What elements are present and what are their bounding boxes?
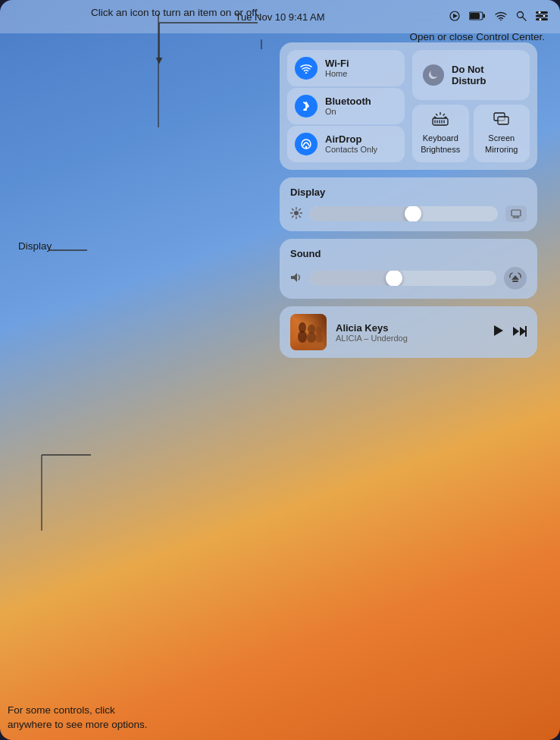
track-album: ALICIA – Underdog — [336, 334, 484, 343]
airdrop-title: AirDrop — [325, 133, 377, 146]
bluetooth-icon-circle — [295, 95, 318, 118]
album-art — [290, 314, 327, 350]
now-playing-block[interactable]: Alicia Keys ALICIA – Underdog — [280, 306, 537, 358]
wifi-subtitle: Home — [325, 69, 349, 79]
bluetooth-subtitle: On — [325, 107, 371, 117]
dnd-icon — [423, 64, 444, 86]
svg-line-36 — [299, 215, 301, 217]
airplay-button[interactable] — [504, 267, 527, 290]
wifi-title: Wi-Fi — [325, 58, 349, 70]
svg-marker-52 — [513, 327, 519, 336]
datetime-text: Tue Nov 10 9:41 AM — [235, 11, 324, 23]
desktop-background: Tue Nov 10 9:41 AM — [0, 0, 560, 740]
svg-rect-4 — [483, 14, 486, 18]
airdrop-icon-circle — [295, 133, 318, 155]
do-not-disturb-item[interactable]: Do NotDisturb — [412, 50, 530, 100]
svg-line-37 — [299, 209, 301, 210]
screen-mirroring-button[interactable]: ScreenMirroring — [474, 105, 530, 162]
wifi-menu-icon[interactable] — [495, 11, 507, 23]
svg-line-38 — [293, 215, 294, 217]
svg-marker-1 — [453, 14, 458, 18]
bluetooth-text: Bluetooth On — [325, 96, 371, 118]
display-slider-row — [290, 205, 527, 222]
svg-point-14 — [305, 72, 308, 74]
display-title: Display — [290, 187, 527, 198]
svg-point-13 — [539, 18, 542, 21]
svg-rect-39 — [512, 210, 521, 216]
annotation-display: Display — [18, 240, 52, 254]
svg-point-46 — [298, 331, 307, 343]
wifi-text: Wi-Fi Home — [325, 58, 349, 80]
control-center-panel: Wi-Fi Home Bluetooth On — [280, 42, 537, 358]
brightness-icon — [290, 207, 302, 221]
svg-point-5 — [500, 20, 502, 20]
svg-point-16 — [305, 146, 308, 149]
keyboard-brightness-button[interactable]: KeyboardBrightness — [412, 105, 469, 162]
search-menu-icon[interactable] — [516, 11, 527, 24]
menu-bar: Tue Nov 10 9:41 AM — [0, 0, 560, 33]
screen-mirroring-label: ScreenMirroring — [485, 133, 518, 155]
control-center-icon[interactable] — [536, 11, 548, 23]
connectivity-block: Wi-Fi Home Bluetooth On — [280, 42, 537, 170]
svg-rect-44 — [512, 281, 518, 282]
track-info: Alicia Keys ALICIA – Underdog — [336, 322, 484, 343]
svg-rect-3 — [470, 13, 480, 19]
sound-block: Sound — [280, 239, 537, 299]
svg-line-35 — [293, 209, 294, 210]
wifi-item[interactable]: Wi-Fi Home — [287, 50, 405, 86]
svg-line-24 — [436, 114, 438, 116]
now-playing-icon[interactable] — [449, 11, 460, 24]
svg-point-50 — [315, 334, 323, 343]
sound-slider[interactable] — [310, 271, 496, 286]
svg-marker-51 — [494, 325, 503, 336]
playback-controls — [493, 325, 527, 340]
skip-forward-button[interactable] — [513, 326, 527, 339]
display-end-icon — [505, 205, 527, 222]
connectivity-left: Wi-Fi Home Bluetooth On — [287, 50, 405, 162]
menu-bar-right-icons — [449, 11, 548, 24]
album-silhouette-svg — [290, 314, 327, 350]
screen-mirroring-icon — [493, 112, 510, 128]
svg-point-48 — [307, 332, 316, 343]
small-buttons-row: KeyboardBrightness ScreenMirroring — [412, 105, 530, 162]
sound-title: Sound — [290, 248, 527, 259]
annotation-more-options: For some controls, click anywhere to see… — [8, 704, 148, 732]
keyboard-brightness-icon — [432, 112, 449, 128]
svg-point-11 — [538, 11, 541, 14]
svg-rect-54 — [525, 326, 527, 337]
svg-point-12 — [543, 14, 546, 17]
sound-slider-row — [290, 267, 527, 290]
airdrop-item[interactable]: AirDrop Contacts Only — [287, 126, 405, 162]
annotation-line1: For some controls, click — [8, 704, 115, 716]
dnd-title: Do NotDisturb — [452, 64, 486, 87]
annotation-line2: anywhere to see more options. — [8, 719, 148, 730]
svg-rect-9 — [536, 15, 548, 17]
svg-rect-29 — [498, 117, 508, 124]
keyboard-brightness-label: KeyboardBrightness — [421, 133, 460, 155]
menu-bar-datetime: Tue Nov 10 9:41 AM — [235, 11, 324, 23]
connectivity-right: Do NotDisturb — [412, 50, 530, 162]
track-artist: Alicia Keys — [336, 322, 484, 334]
svg-rect-8 — [536, 11, 548, 14]
display-block: Display — [280, 177, 537, 231]
svg-marker-43 — [291, 273, 297, 282]
volume-icon — [290, 272, 302, 285]
airdrop-text: AirDrop Contacts Only — [325, 133, 377, 155]
battery-icon[interactable] — [469, 11, 486, 23]
svg-point-30 — [294, 211, 299, 215]
svg-line-7 — [523, 17, 527, 20]
airdrop-subtitle: Contacts Only — [325, 145, 377, 155]
display-slider[interactable] — [310, 206, 498, 221]
svg-line-25 — [443, 114, 445, 116]
play-button[interactable] — [493, 325, 504, 340]
svg-marker-53 — [520, 327, 526, 336]
bluetooth-item[interactable]: Bluetooth On — [287, 88, 405, 124]
bluetooth-title: Bluetooth — [325, 96, 371, 108]
dnd-text: Do NotDisturb — [452, 64, 486, 87]
svg-point-49 — [316, 327, 322, 334]
wifi-icon-circle — [295, 57, 318, 80]
